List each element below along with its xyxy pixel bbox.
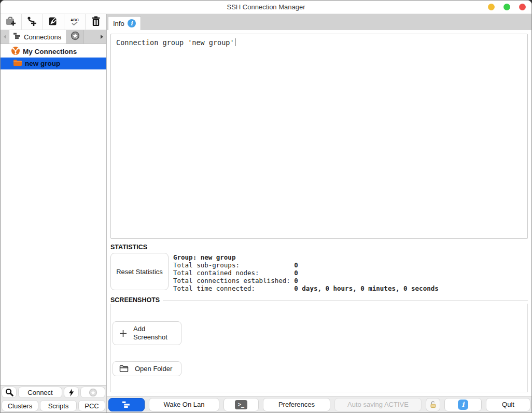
wake-on-lan-button[interactable]: Wake On Lan [149,398,219,411]
local-terminal-button[interactable]: >_ [223,398,259,411]
sidebar-toolbar: ABC [1,14,106,30]
tab-favorites[interactable] [67,30,84,44]
tab-scripts[interactable]: Scripts [40,400,77,411]
main-tabstrip: Info i [107,14,531,30]
stat-line: Total time connected:0 days, 0 hours, 0 … [173,284,439,292]
tab-info[interactable]: Info i [108,16,141,30]
tree-item-new-group[interactable]: new group [1,58,106,69]
maximize-button[interactable] [503,4,510,10]
delete-button[interactable] [86,14,106,30]
reset-statistics-button[interactable]: Reset Statistics [110,253,169,290]
screenshots-frame: Add Screenshot Open Folder [110,304,528,392]
title-bar: SSH Connection Manager [1,1,531,14]
lightning-icon [68,389,74,396]
tab-clusters[interactable]: Clusters [2,400,38,411]
chevron-right-icon [100,34,104,39]
connect-button[interactable]: Connect [18,387,62,398]
statistics-section: STATISTICS Reset Statistics Group: new g… [110,244,528,292]
connect-label: Connect [27,389,52,396]
sidebar-tabs-row: Clusters Scripts PCC [1,399,106,412]
edit-button[interactable] [43,14,64,30]
minimize-button[interactable] [488,4,495,10]
app-window: SSH Connection Manager [0,0,532,413]
add-connection-icon [26,16,38,28]
connections-tree: My Connections new group [1,44,106,385]
legend-rule [163,300,528,301]
open-folder-label: Open Folder [135,365,172,373]
tab-connections[interactable]: Connections [9,30,67,44]
text-cursor [235,38,236,46]
info-panel: Connection group 'new group' STATISTICS … [107,30,531,396]
stat-line: Total sub-groups:0 [173,261,439,269]
statistics-title: STATISTICS [110,244,528,251]
preferences-button[interactable]: Preferences [263,398,330,411]
info-icon: i [458,400,468,410]
preferences-label: Preferences [278,401,315,408]
add-connection-button[interactable] [22,14,43,30]
add-screenshot-button[interactable]: Add Screenshot [113,321,181,345]
info-icon: i [128,19,136,27]
tabstrip-spacer [84,30,98,44]
auto-saving-button-disabled: Auto saving ACTIVE [334,398,422,411]
tabs-scroll-right-button[interactable] [98,30,106,44]
window-title: SSH Connection Manager [227,3,305,11]
close-button[interactable] [519,4,526,10]
stat-group-line: Group: new group [173,253,439,261]
sidebar-footer: Connect Clusters Scripts PCC [1,385,106,412]
about-button[interactable]: i [444,398,482,411]
tab-connections-label: Connections [24,33,61,41]
plus-icon [119,330,127,337]
folder-icon [13,59,22,68]
open-folder-icon [119,365,129,373]
add-group-button[interactable] [1,14,22,30]
sidebar: ABC Connections [1,14,107,412]
edit-icon [48,16,59,28]
stat-line: Total connections established:0 [173,277,439,284]
favorite-button-disabled [80,387,105,398]
tab-scripts-label: Scripts [48,402,69,410]
wake-on-lan-label: Wake On Lan [163,401,204,408]
unlock-button[interactable] [426,398,440,411]
unlock-icon [429,401,437,408]
statistics-text: Group: new group Total sub-groups:0 Tota… [173,253,439,292]
spellcheck-icon: ABC [71,18,79,25]
tree-item-label: My Connections [23,48,77,55]
network-icon [11,46,20,57]
info-editor[interactable]: Connection group 'new group' [110,34,528,239]
tab-info-label: Info [113,20,124,27]
chevron-left-icon [3,34,7,39]
tab-pcc[interactable]: PCC [78,400,105,411]
add-screenshot-label: Add Screenshot [133,325,173,341]
tab-clusters-label: Clusters [8,402,33,410]
quick-connect-button[interactable] [64,387,79,398]
main-panel: Info i Connection group 'new group' STAT… [107,14,531,412]
tabs-scroll-left-button[interactable] [1,30,9,44]
open-folder-button[interactable]: Open Folder [113,361,181,376]
tree-item-label: new group [25,60,60,67]
search-button[interactable] [2,387,17,398]
sidebar-tabstrip: Connections [1,30,106,44]
star-circle-icon [71,31,80,42]
add-group-icon [5,16,17,28]
screenshots-section: SCREENSHOTS Add Screenshot Open Folder [110,296,528,392]
quit-label: Quit [502,401,514,408]
editor-text: Connection group 'new group' [116,38,234,47]
terminal-icon: >_ [235,400,247,409]
star-circle-icon [89,388,97,397]
tree-icon-white [122,401,131,408]
auto-saving-label: Auto saving ACTIVE [347,401,409,408]
screenshots-title: SCREENSHOTS [110,296,160,304]
toggle-tree-button[interactable] [108,398,145,411]
sidebar-action-row: Connect [1,386,106,399]
stat-line: Total contained nodes:0 [173,269,439,277]
tree-item-my-connections[interactable]: My Connections [1,46,106,58]
spellcheck-button[interactable]: ABC [64,14,86,30]
tab-pcc-label: PCC [85,402,99,410]
bottom-bar: Wake On Lan >_ Preferences Auto saving A… [107,396,531,412]
window-controls [488,4,526,10]
search-icon [5,388,13,396]
trash-icon [91,16,101,28]
tree-icon [13,33,21,41]
quit-button[interactable]: Quit [486,398,530,411]
